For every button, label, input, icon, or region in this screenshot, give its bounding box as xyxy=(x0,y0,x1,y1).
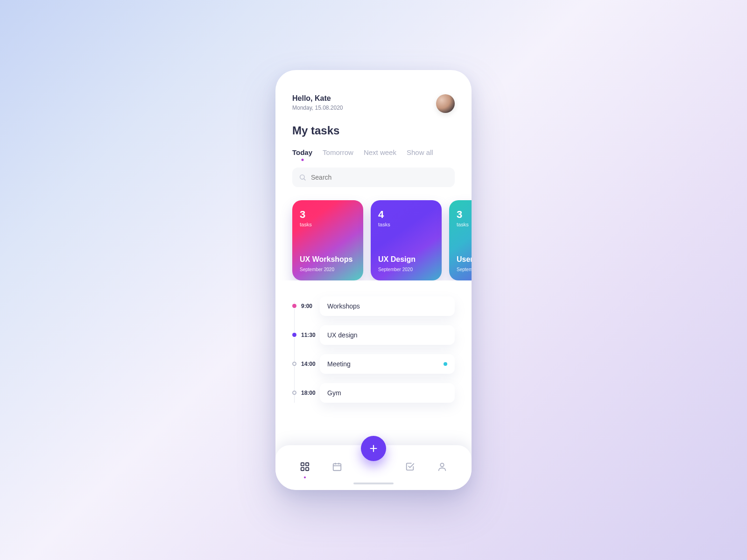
card-name: UX Design xyxy=(378,255,434,264)
timeline-dot-icon xyxy=(292,333,296,337)
add-task-button[interactable] xyxy=(361,436,386,461)
card-count-label: tasks xyxy=(378,222,434,227)
timeline-row: 11:30 UX design xyxy=(292,325,455,345)
home-indicator xyxy=(353,483,394,484)
timeline-row: 14:00 Meeting xyxy=(292,354,455,374)
tab-today[interactable]: Today xyxy=(292,148,312,156)
check-square-icon xyxy=(405,462,415,472)
nav-dashboard[interactable] xyxy=(296,458,314,477)
timeline-card[interactable]: UX design xyxy=(320,325,455,345)
search-icon xyxy=(299,174,306,181)
card-name: User Flow xyxy=(457,255,472,264)
header: Hello, Kate Monday, 15.08.2020 xyxy=(275,94,472,113)
timeline-row: 9:00 Workshops xyxy=(292,296,455,316)
project-card[interactable]: 3 tasks UX Workshops September 2020 xyxy=(292,200,363,280)
timeline-card[interactable]: Meeting xyxy=(320,354,455,374)
project-cards[interactable]: 3 tasks UX Workshops September 2020 4 ta… xyxy=(275,187,472,280)
nav-calendar[interactable] xyxy=(328,458,346,477)
page-title: My tasks xyxy=(275,113,472,137)
timeline: 9:00 Workshops 11:30 UX design 14:00 Mee… xyxy=(275,280,472,403)
greeting-text: Hello, Kate xyxy=(292,94,343,103)
svg-point-12 xyxy=(441,463,444,467)
svg-rect-6 xyxy=(333,464,341,471)
card-count: 3 xyxy=(300,209,356,221)
timeline-time: 11:30 xyxy=(301,332,320,345)
tab-show-all[interactable]: Show all xyxy=(407,148,433,156)
timeline-card[interactable]: Workshops xyxy=(320,296,455,316)
timeline-label: Gym xyxy=(327,389,341,397)
card-month: September 2020 xyxy=(300,267,356,272)
svg-rect-4 xyxy=(301,468,304,470)
card-count-label: tasks xyxy=(300,222,356,227)
card-count: 4 xyxy=(378,209,434,221)
card-month: September 2020 xyxy=(457,267,472,272)
timeline-dot-icon xyxy=(292,304,296,308)
timeline-label: UX design xyxy=(327,331,358,339)
avatar[interactable] xyxy=(436,94,455,113)
app-screen: Hello, Kate Monday, 15.08.2020 My tasks … xyxy=(275,70,472,490)
card-count: 3 xyxy=(457,209,472,221)
timeline-label: Workshops xyxy=(327,302,360,310)
calendar-icon xyxy=(332,462,342,472)
nav-profile[interactable] xyxy=(433,458,451,477)
grid-icon xyxy=(300,462,310,472)
timeline-row: 18:00 Gym xyxy=(292,383,455,403)
tab-tomorrow[interactable]: Tomorrow xyxy=(323,148,353,156)
timeline-time: 14:00 xyxy=(301,361,320,374)
status-indicator-icon xyxy=(444,362,447,366)
timeline-dot-icon xyxy=(292,391,296,395)
card-name: UX Workshops xyxy=(300,255,356,264)
svg-line-1 xyxy=(304,179,305,180)
timeline-time: 18:00 xyxy=(301,390,320,403)
timeline-time: 9:00 xyxy=(301,303,320,316)
project-card[interactable]: 4 tasks UX Design September 2020 xyxy=(371,200,442,280)
date-text: Monday, 15.08.2020 xyxy=(292,105,343,111)
svg-rect-5 xyxy=(306,468,309,470)
user-icon xyxy=(437,462,447,472)
greeting-block: Hello, Kate Monday, 15.08.2020 xyxy=(292,94,343,111)
search-bar[interactable] xyxy=(292,168,455,187)
card-month: September 2020 xyxy=(378,267,434,272)
bottom-nav xyxy=(275,445,472,490)
timeline-label: Meeting xyxy=(327,360,351,368)
timeline-card[interactable]: Gym xyxy=(320,383,455,403)
filter-tabs: Today Tomorrow Next week Show all xyxy=(275,137,472,156)
card-count-label: tasks xyxy=(457,222,472,227)
svg-rect-3 xyxy=(306,463,309,466)
tab-next-week[interactable]: Next week xyxy=(364,148,396,156)
search-input[interactable] xyxy=(311,174,448,181)
nav-tasks[interactable] xyxy=(401,458,419,477)
svg-rect-2 xyxy=(301,463,304,466)
project-card[interactable]: 3 tasks User Flow September 2020 xyxy=(449,200,472,280)
plus-icon xyxy=(368,443,379,454)
timeline-dot-icon xyxy=(292,362,296,366)
